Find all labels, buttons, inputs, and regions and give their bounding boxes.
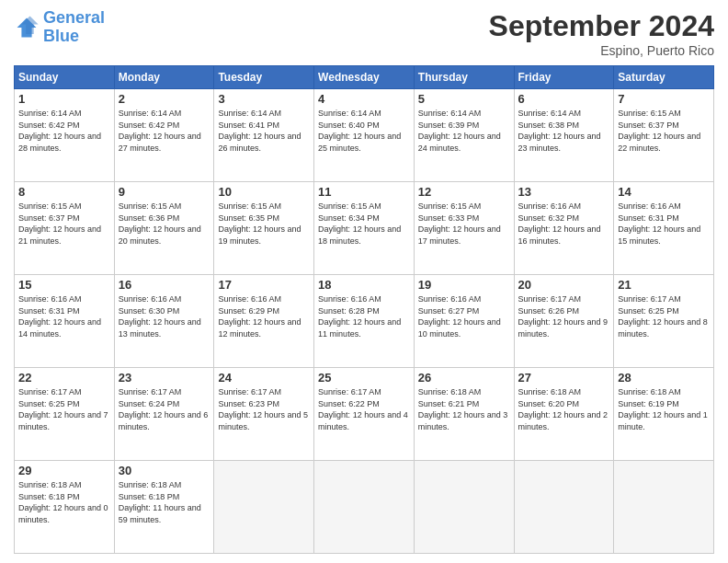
col-saturday: Saturday <box>614 66 714 89</box>
table-row: 1Sunrise: 6:14 AMSunset: 6:42 PMDaylight… <box>15 89 115 182</box>
month-title: September 2024 <box>489 9 714 43</box>
col-thursday: Thursday <box>414 66 514 89</box>
table-row <box>414 461 514 554</box>
logo-blue: Blue <box>43 28 105 46</box>
table-row: 14Sunrise: 6:16 AMSunset: 6:31 PMDayligh… <box>614 182 714 275</box>
table-row: 7Sunrise: 6:15 AMSunset: 6:37 PMDaylight… <box>614 89 714 182</box>
table-row: 15Sunrise: 6:16 AMSunset: 6:31 PMDayligh… <box>15 275 115 368</box>
table-row: 5Sunrise: 6:14 AMSunset: 6:39 PMDaylight… <box>414 89 514 182</box>
calendar-body: 1Sunrise: 6:14 AMSunset: 6:42 PMDaylight… <box>15 89 714 554</box>
table-row: 2Sunrise: 6:14 AMSunset: 6:42 PMDaylight… <box>114 89 214 182</box>
logo-text: General Blue <box>43 9 105 46</box>
calendar-row: 22Sunrise: 6:17 AMSunset: 6:25 PMDayligh… <box>15 368 714 461</box>
calendar-row: 29Sunrise: 6:18 AMSunset: 6:18 PMDayligh… <box>15 461 714 554</box>
table-row: 24Sunrise: 6:17 AMSunset: 6:23 PMDayligh… <box>214 368 314 461</box>
location: Espino, Puerto Rico <box>489 43 714 58</box>
table-row: 18Sunrise: 6:16 AMSunset: 6:28 PMDayligh… <box>314 275 415 368</box>
table-row: 29Sunrise: 6:18 AMSunset: 6:18 PMDayligh… <box>15 461 115 554</box>
table-row: 3Sunrise: 6:14 AMSunset: 6:41 PMDaylight… <box>214 89 314 182</box>
logo-general: General <box>43 8 105 27</box>
logo-icon <box>14 15 40 40</box>
header: General Blue September 2024 Espino, Puer… <box>14 9 714 58</box>
table-row: 12Sunrise: 6:15 AMSunset: 6:33 PMDayligh… <box>414 182 514 275</box>
col-sunday: Sunday <box>15 66 115 89</box>
table-row: 13Sunrise: 6:16 AMSunset: 6:32 PMDayligh… <box>514 182 614 275</box>
table-row <box>514 461 614 554</box>
table-row: 26Sunrise: 6:18 AMSunset: 6:21 PMDayligh… <box>414 368 514 461</box>
calendar-row: 8Sunrise: 6:15 AMSunset: 6:37 PMDaylight… <box>15 182 714 275</box>
table-row: 4Sunrise: 6:14 AMSunset: 6:40 PMDaylight… <box>314 89 415 182</box>
calendar-header-row: Sunday Monday Tuesday Wednesday Thursday… <box>15 66 714 89</box>
table-row: 8Sunrise: 6:15 AMSunset: 6:37 PMDaylight… <box>15 182 115 275</box>
calendar-row: 1Sunrise: 6:14 AMSunset: 6:42 PMDaylight… <box>15 89 714 182</box>
table-row: 20Sunrise: 6:17 AMSunset: 6:26 PMDayligh… <box>514 275 614 368</box>
logo: General Blue <box>14 9 105 46</box>
table-row: 11Sunrise: 6:15 AMSunset: 6:34 PMDayligh… <box>314 182 415 275</box>
table-row: 19Sunrise: 6:16 AMSunset: 6:27 PMDayligh… <box>414 275 514 368</box>
table-row: 22Sunrise: 6:17 AMSunset: 6:25 PMDayligh… <box>15 368 115 461</box>
table-row: 10Sunrise: 6:15 AMSunset: 6:35 PMDayligh… <box>214 182 314 275</box>
table-row: 6Sunrise: 6:14 AMSunset: 6:38 PMDaylight… <box>514 89 614 182</box>
table-row: 16Sunrise: 6:16 AMSunset: 6:30 PMDayligh… <box>114 275 214 368</box>
page: General Blue September 2024 Espino, Puer… <box>0 0 728 563</box>
col-friday: Friday <box>514 66 614 89</box>
table-row <box>314 461 415 554</box>
calendar-row: 15Sunrise: 6:16 AMSunset: 6:31 PMDayligh… <box>15 275 714 368</box>
table-row: 9Sunrise: 6:15 AMSunset: 6:36 PMDaylight… <box>114 182 214 275</box>
table-row <box>614 461 714 554</box>
table-row: 23Sunrise: 6:17 AMSunset: 6:24 PMDayligh… <box>114 368 214 461</box>
title-area: September 2024 Espino, Puerto Rico <box>489 9 714 58</box>
table-row: 25Sunrise: 6:17 AMSunset: 6:22 PMDayligh… <box>314 368 415 461</box>
col-monday: Monday <box>114 66 214 89</box>
table-row: 17Sunrise: 6:16 AMSunset: 6:29 PMDayligh… <box>214 275 314 368</box>
col-wednesday: Wednesday <box>314 66 415 89</box>
table-row: 28Sunrise: 6:18 AMSunset: 6:19 PMDayligh… <box>614 368 714 461</box>
table-row: 21Sunrise: 6:17 AMSunset: 6:25 PMDayligh… <box>614 275 714 368</box>
table-row: 27Sunrise: 6:18 AMSunset: 6:20 PMDayligh… <box>514 368 614 461</box>
table-row: 30Sunrise: 6:18 AMSunset: 6:18 PMDayligh… <box>114 461 214 554</box>
table-row <box>214 461 314 554</box>
col-tuesday: Tuesday <box>214 66 314 89</box>
calendar: Sunday Monday Tuesday Wednesday Thursday… <box>14 65 714 554</box>
